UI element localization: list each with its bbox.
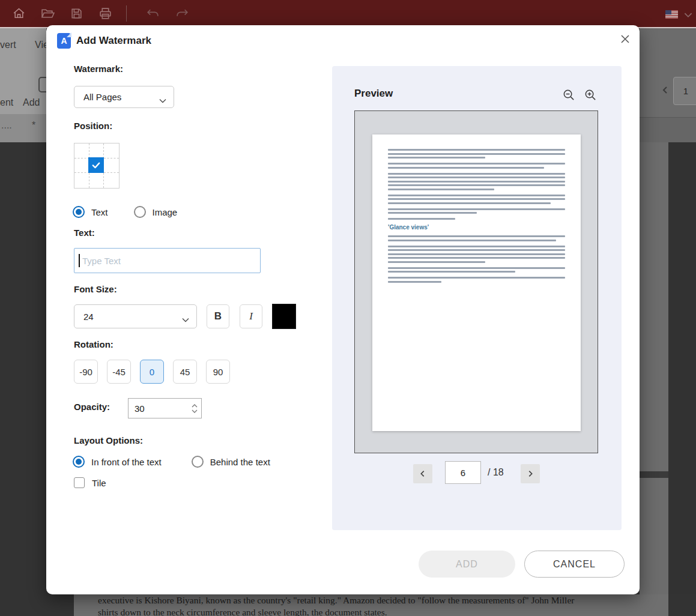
font-size-select[interactable]: 24 [74,304,197,328]
font-size-value: 24 [83,312,94,322]
position-cell-0[interactable] [74,143,89,159]
preview-viewport: 'Glance views' [354,110,598,453]
rotation-45-button[interactable]: 45 [173,360,197,384]
opacity-spinbox[interactable] [128,398,202,418]
toolbar-page-number-box[interactable]: 1 [673,77,696,105]
preview-prev-page-button[interactable] [413,464,432,483]
type-image-radio[interactable] [134,206,146,218]
background-doc-area-right [668,142,696,616]
position-grid [74,143,120,189]
toolbar-page-number: 1 [683,86,688,96]
preview-paragraph [388,149,565,159]
preview-next-page-button[interactable] [521,464,540,483]
zoom-in-icon[interactable] [584,88,598,102]
page-prev-icon[interactable] [661,85,670,95]
bold-button[interactable]: B [207,304,229,328]
opacity-label: Opacity: [74,402,110,412]
spinner-down-icon [192,409,198,413]
chevron-down-icon [182,314,189,319]
preview-page: 'Glance views' [372,134,581,431]
italic-button[interactable]: I [240,304,262,328]
position-selected-checkbox[interactable] [88,157,104,173]
type-text-label: Text [91,207,108,217]
position-cell-5[interactable] [104,159,119,174]
position-label: Position: [74,121,112,131]
preview-paragraph [388,277,565,283]
document-tab-partial[interactable]: .... [1,120,12,131]
cancel-button[interactable]: CANCEL [524,551,625,578]
layout-behind-radio[interactable] [192,456,204,468]
dialog-title: Add Watermark [76,35,151,47]
tile-label: Tile [92,478,106,488]
background-tabstrip-right [640,118,696,142]
language-flag-icon[interactable] [665,10,678,19]
position-cell-4[interactable] [89,159,104,174]
type-text-radio[interactable] [73,206,85,218]
position-cell-2[interactable] [104,143,119,159]
preview-paragraph [388,235,565,241]
document-text-line1: executive is Kishore Biyani, known as th… [98,594,656,606]
preview-panel: Preview 'Glance views' / 18 [332,66,622,530]
chevron-down-icon [159,95,166,100]
print-icon[interactable] [98,6,113,21]
document-text: executive is Kishore Biyani, known as th… [98,594,656,616]
layout-front-radio[interactable] [73,456,85,468]
ribbon-label-partial: ent [0,97,13,108]
open-folder-icon[interactable] [40,6,55,21]
opacity-input[interactable] [129,403,186,414]
text-caret [79,254,80,267]
save-icon[interactable] [69,6,84,21]
type-image-label: Image [153,207,178,217]
preview-page-total: / 18 [488,467,504,478]
position-cell-7[interactable] [89,173,104,188]
rotation-label: Rotation: [74,339,113,349]
position-cell-1[interactable] [89,143,104,159]
background-doc-area-left [0,142,46,616]
spinner-arrows[interactable] [192,404,198,413]
chevron-right-icon [526,470,534,478]
preview-paragraph [388,218,565,220]
home-icon[interactable] [11,6,26,21]
add-button[interactable]: ADD [419,551,515,578]
rotation--90-button[interactable]: -90 [74,360,98,384]
app-window: vert Vie ent Add .... * × 1 executive is… [0,0,696,616]
preview-paragraph [388,173,565,190]
watermark-scope-select[interactable]: All Pages [74,86,174,108]
preview-page-input[interactable] [445,461,481,484]
tile-checkbox[interactable] [74,477,85,488]
rotation--45-button[interactable]: -45 [107,360,131,384]
preview-paragraph [388,246,565,263]
layout-options-label: Layout Options: [74,435,143,445]
background-document-strip: executive is Kishore Biyani, known as th… [0,594,696,616]
preview-paragraph [388,163,565,169]
app-logo-icon: A [57,33,71,49]
menu-item-convert-partial[interactable]: vert [0,40,16,50]
preview-paragraph [388,195,565,204]
document-text-line2: shirts down to the neck circumference an… [98,606,656,616]
position-cell-6[interactable] [74,173,89,188]
watermark-label: Watermark: [74,64,123,74]
layout-behind-label: Behind the text [210,457,270,467]
font-color-swatch[interactable] [272,304,296,329]
text-label: Text: [74,228,95,238]
watermark-text-input[interactable] [74,248,261,273]
position-cell-8[interactable] [104,173,119,188]
tab-unsaved-marker: * [32,120,35,131]
chevron-left-icon [419,470,427,478]
toolbar-divider [126,5,127,22]
background-page-gap [640,471,668,478]
rotation-90-button[interactable]: 90 [206,360,230,384]
undo-icon[interactable] [145,6,160,21]
dialog-close-icon[interactable] [619,32,632,46]
rotation-0-button[interactable]: 0 [140,360,164,384]
zoom-out-icon[interactable] [562,88,576,102]
rotation-group: -90-4504590 [74,360,230,384]
background-page-edge [640,142,668,616]
language-chevron-down-icon[interactable] [683,10,694,19]
redo-icon[interactable] [175,6,190,21]
position-cell-3[interactable] [74,159,89,174]
preview-page-content: 'Glance views' [388,149,565,287]
preview-title: Preview [354,88,393,100]
ribbon-add-label[interactable]: Add [23,97,40,108]
font-size-label: Font Size: [74,284,117,294]
